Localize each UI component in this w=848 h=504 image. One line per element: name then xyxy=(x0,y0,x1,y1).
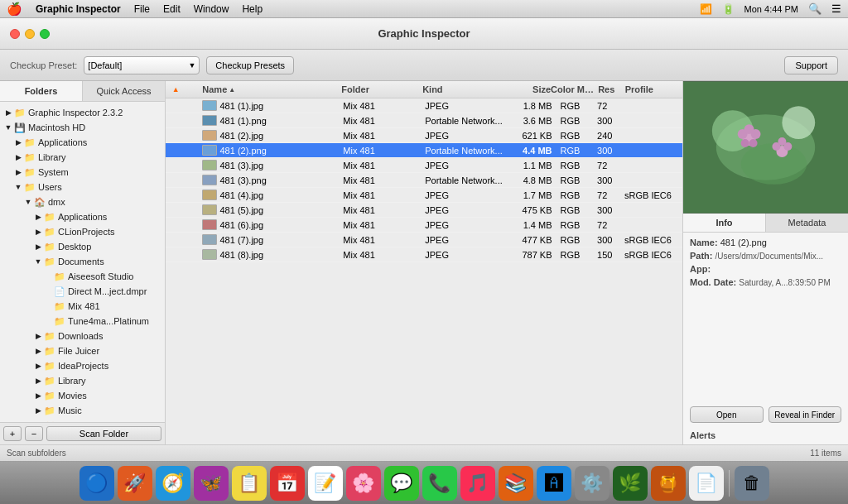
dock-item-safari[interactable]: 🧭 xyxy=(156,466,190,501)
dock-item-appstore[interactable]: 🅰 xyxy=(537,466,571,501)
file-kind: JPEG xyxy=(425,101,507,111)
sidebar-item-ideaprojects[interactable]: ▶ 📁 IdeaProjects xyxy=(0,358,165,373)
app-name-menu[interactable]: Graphic Inspector xyxy=(36,3,121,15)
sidebar-item-users[interactable]: ▼ 📁 Users xyxy=(0,180,165,194)
tree-folder-icon: 📁 xyxy=(23,151,36,163)
dock-item-sequel[interactable]: 🍯 xyxy=(651,466,686,501)
sidebar-item-music[interactable]: ▶ 📁 Music xyxy=(0,403,165,418)
table-row[interactable]: 481 (5).jpg Mix 481 JPEG 475 KB RGB 300 xyxy=(166,203,682,218)
dock-item-finder[interactable]: 🔵 xyxy=(80,466,114,501)
tab-quick-access[interactable]: Quick Access xyxy=(83,81,165,101)
dock-item-photos-app[interactable]: 🌸 xyxy=(346,466,381,501)
info-name-row: Name: 481 (2).png xyxy=(690,238,841,247)
menu-edit[interactable]: Edit xyxy=(163,3,181,15)
scan-folder-button[interactable]: Scan Folder xyxy=(46,426,161,441)
tree-folder-icon: 📁 xyxy=(43,330,56,342)
sidebar-item-tune4ma[interactable]: 📁 Tune4ma...Platinum xyxy=(0,314,165,329)
menu-file[interactable]: File xyxy=(134,3,150,15)
search-icon[interactable]: 🔍 xyxy=(808,2,822,15)
tree-arrow-icon: ▶ xyxy=(13,153,23,161)
col-res-header[interactable]: Res xyxy=(598,84,625,94)
dock-item-trash[interactable]: 🗑 xyxy=(735,466,769,501)
col-profile-header[interactable]: Profile xyxy=(625,84,679,94)
tree-arrow-icon: ▼ xyxy=(33,257,43,266)
dock-item-calendar[interactable]: 📅 xyxy=(270,466,305,501)
sidebar-item-dmx-apps[interactable]: ▶ 📁 Applications xyxy=(0,209,165,224)
file-kind: JPEG xyxy=(425,220,507,230)
support-button[interactable]: Support xyxy=(784,56,838,74)
close-button[interactable] xyxy=(10,29,20,39)
file-thumb xyxy=(202,175,217,185)
col-size-header[interactable]: Size xyxy=(504,84,551,94)
dock-item-facetime[interactable]: 📞 xyxy=(422,466,457,501)
table-row[interactable]: 481 (3).jpg Mix 481 JPEG 1.1 MB RGB 72 xyxy=(166,158,682,173)
dock-item-notes[interactable]: 📋 xyxy=(232,466,267,501)
tab-folders[interactable]: Folders xyxy=(0,81,83,101)
tree-arrow-icon: ▶ xyxy=(13,168,23,176)
sidebar-item-filejuicer[interactable]: ▶ 📁 File Juicer xyxy=(0,343,165,358)
sidebar-item-lib[interactable]: ▶ 📁 Library xyxy=(0,150,165,165)
table-row[interactable]: 481 (3).png Mix 481 Portable Network... … xyxy=(166,173,682,188)
menu-icon[interactable]: ☰ xyxy=(831,2,841,15)
sidebar-item-hd[interactable]: ▼ 💾 Macintosh HD xyxy=(0,120,165,135)
checkup-presets-button[interactable]: Checkup Presets xyxy=(206,56,294,74)
preset-dropdown[interactable]: [Default] ▼ xyxy=(84,56,200,74)
apple-menu-icon[interactable]: 🍎 xyxy=(7,2,22,17)
dock-item-diskdiag[interactable]: 📄 xyxy=(689,466,724,501)
dock-item-photos2[interactable]: 🦋 xyxy=(194,466,229,501)
sidebar-item-clion[interactable]: ▶ 📁 CLionProjects xyxy=(0,224,165,239)
sidebar-item-apps[interactable]: ▶ 📁 Applications xyxy=(0,135,165,150)
tree-item-label: Macintosh HD xyxy=(28,122,85,132)
dock-item-launchpad[interactable]: 🚀 xyxy=(118,466,152,501)
table-row[interactable]: 481 (7).jpg Mix 481 JPEG 477 KB RGB 300 … xyxy=(166,233,682,247)
sidebar-item-directm[interactable]: 📄 Direct M...ject.dmpr xyxy=(0,284,165,299)
sidebar-item-sys[interactable]: ▶ 📁 System xyxy=(0,165,165,180)
maximize-button[interactable] xyxy=(40,29,50,39)
remove-folder-button[interactable]: − xyxy=(25,426,43,441)
tab-metadata[interactable]: Metadata xyxy=(766,214,848,232)
sidebar-item-aisee[interactable]: 📁 Aiseesoft Studio xyxy=(0,269,165,284)
col-colormode-header[interactable]: Color Mode xyxy=(551,84,598,94)
alerts-label: Alerts xyxy=(690,430,716,440)
col-folder-header[interactable]: Folder xyxy=(341,84,422,94)
sidebar-item-mix481[interactable]: 📁 Mix 481 xyxy=(0,299,165,314)
sidebar-item-dmx[interactable]: ▼ 🏠 dmx xyxy=(0,194,165,209)
file-resolution: 72 xyxy=(597,220,624,230)
sidebar-item-downloads[interactable]: ▶ 📁 Downloads xyxy=(0,329,165,343)
dock-item-sysprefs[interactable]: ⚙️ xyxy=(575,466,610,501)
table-row[interactable]: 481 (2).jpg Mix 481 JPEG 621 KB RGB 240 xyxy=(166,128,682,143)
tab-info[interactable]: Info xyxy=(683,214,766,232)
sidebar-item-movies[interactable]: ▶ 📁 Movies xyxy=(0,388,165,403)
dock-item-reminders[interactable]: 📝 xyxy=(308,466,343,501)
scan-subfolders-label[interactable]: Scan subfolders xyxy=(7,449,66,458)
sidebar-item-docs[interactable]: ▼ 📁 Documents xyxy=(0,254,165,269)
table-row[interactable]: 481 (1).png Mix 481 Portable Network... … xyxy=(166,113,682,128)
file-thumb xyxy=(202,249,217,260)
table-row[interactable]: 481 (8).jpg Mix 481 JPEG 787 KB RGB 150 … xyxy=(166,247,682,262)
file-thumb xyxy=(202,204,217,215)
reveal-in-finder-button[interactable]: Reveal in Finder xyxy=(768,406,842,423)
file-color-mode: RGB xyxy=(556,205,598,215)
dock-item-stockfish[interactable]: 🌿 xyxy=(613,466,648,501)
col-name-header[interactable]: Name ▲ xyxy=(182,84,341,94)
dock-item-music[interactable]: 🎵 xyxy=(460,466,495,501)
battery-icon: 🔋 xyxy=(722,3,735,15)
table-row[interactable]: 481 (2).png Mix 481 Portable Network... … xyxy=(166,143,682,158)
table-row[interactable]: 481 (1).jpg Mix 481 JPEG 1.8 MB RGB 72 xyxy=(166,98,682,113)
file-name: 481 (3).jpg xyxy=(219,161,263,170)
col-kind-header[interactable]: Kind xyxy=(422,84,504,94)
menu-help[interactable]: Help xyxy=(242,3,263,15)
dock-item-messages[interactable]: 💬 xyxy=(384,466,419,501)
add-folder-button[interactable]: + xyxy=(3,426,22,441)
tree-arrow-icon: ▶ xyxy=(33,377,43,385)
table-row[interactable]: 481 (6).jpg Mix 481 JPEG 1.4 MB RGB 72 xyxy=(166,218,682,233)
menu-window[interactable]: Window xyxy=(194,3,229,15)
dock-item-ibooks[interactable]: 📚 xyxy=(499,466,533,501)
open-button[interactable]: Open xyxy=(690,406,764,423)
minimize-button[interactable] xyxy=(25,29,35,39)
sidebar-item-desktop[interactable]: ▶ 📁 Desktop xyxy=(0,239,165,254)
file-name: 481 (5).jpg xyxy=(219,205,263,215)
sidebar-item-gi[interactable]: ▶ 📁 Graphic Inspector 2.3.2 xyxy=(0,105,165,120)
sidebar-item-library2[interactable]: ▶ 📁 Library xyxy=(0,373,165,388)
table-row[interactable]: 481 (4).jpg Mix 481 JPEG 1.7 MB RGB 72 s… xyxy=(166,188,682,203)
